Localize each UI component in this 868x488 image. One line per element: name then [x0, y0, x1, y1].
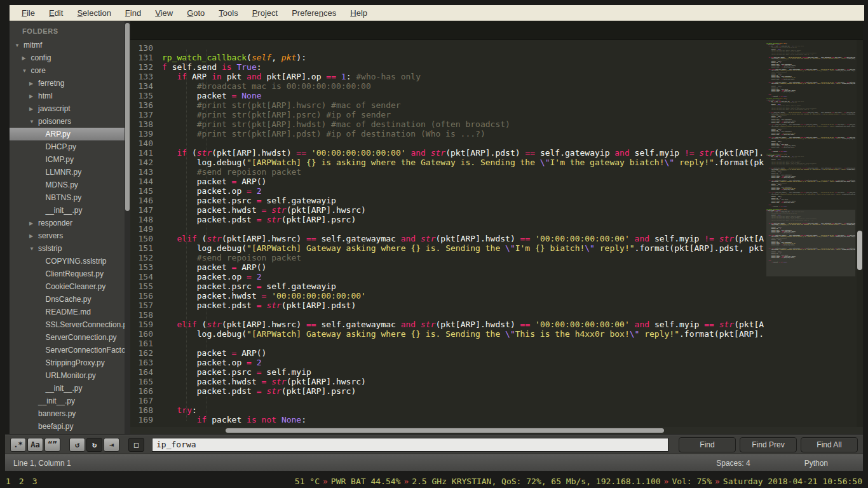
- code-line[interactable]: 144 packet = ARP(): [130, 177, 764, 186]
- file-item-NBTNS.py[interactable]: NBTNS.py: [10, 191, 125, 204]
- wrap-toggle[interactable]: ↺: [69, 438, 85, 452]
- code-line[interactable]: 155 packet.psrc = self.gatewayip: [130, 281, 764, 291]
- code-line[interactable]: 139 #print str(pkt[ARP].pdst) #ip of des…: [130, 129, 764, 139]
- code-line[interactable]: 160 log.debug("[ARPWatch] Gateway asking…: [130, 329, 764, 339]
- folder-closed-icon[interactable]: ▶: [29, 220, 38, 226]
- folder-item-servers[interactable]: ▶servers: [10, 229, 125, 242]
- folder-item-javascript[interactable]: ▶javascript: [10, 102, 125, 115]
- code-line[interactable]: 158: [130, 310, 764, 320]
- code-line[interactable]: 137 #print str(pkt[ARP].psrc) #ip of sen…: [130, 110, 764, 119]
- file-item-SSLServerConnection.py[interactable]: SSLServerConnection.py: [10, 318, 125, 331]
- code-line[interactable]: 141 if (str(pkt[ARP].hwdst) == '00:00:00…: [130, 148, 764, 158]
- file-item-CookieCleaner.py[interactable]: CookieCleaner.py: [10, 280, 125, 293]
- workspace-3[interactable]: 3: [32, 477, 37, 486]
- file-item-__init__.py[interactable]: __init__.py: [10, 395, 125, 407]
- file-item-beefapi.py[interactable]: beefapi.py: [10, 420, 125, 433]
- whole-word-toggle[interactable]: “”: [44, 438, 60, 452]
- folder-closed-icon[interactable]: ▶: [29, 93, 38, 99]
- file-item-LLMNR.py[interactable]: LLMNR.py: [10, 166, 125, 179]
- code-line[interactable]: 133 if ARP in pkt and pkt[ARP].op == 1: …: [130, 72, 764, 81]
- menu-item-view[interactable]: View: [148, 5, 180, 21]
- code-line[interactable]: 164 packet.psrc = self.myip: [130, 367, 764, 377]
- find-all-button[interactable]: Find All: [801, 437, 858, 452]
- sidebar-scrollbar[interactable]: [125, 21, 130, 434]
- code-line[interactable]: 145 packet.op = 2: [130, 186, 764, 196]
- code-line[interactable]: 153 packet = ARP(): [130, 262, 764, 272]
- menu-item-file[interactable]: File: [15, 5, 42, 21]
- folder-open-icon[interactable]: ▼: [15, 43, 24, 48]
- menu-item-help[interactable]: Help: [343, 5, 374, 21]
- code-line[interactable]: 152 #send repoison packet: [130, 253, 764, 262]
- folder-closed-icon[interactable]: ▶: [29, 81, 38, 86]
- menu-item-selection[interactable]: Selection: [70, 5, 118, 21]
- code-line[interactable]: 169 if packet is not None:: [130, 415, 764, 424]
- code-line[interactable]: 150 elif (str(pkt[ARP].hwsrc) == self.ga…: [130, 234, 764, 243]
- code-line[interactable]: 161: [130, 339, 764, 348]
- workspace-1[interactable]: 1: [6, 477, 11, 486]
- code-line[interactable]: 143 #send repoison packet: [130, 167, 764, 177]
- code-line[interactable]: 166 packet.pdst = str(pkt[ARP].psrc): [130, 386, 764, 396]
- file-item-DHCP.py[interactable]: DHCP.py: [10, 140, 125, 153]
- folder-closed-icon[interactable]: ▶: [22, 55, 31, 61]
- vertical-scrollbar-thumb[interactable]: [857, 231, 862, 270]
- code-line[interactable]: 168 try:: [130, 405, 764, 415]
- find-input[interactable]: [152, 438, 668, 452]
- regex-toggle[interactable]: .*: [10, 438, 26, 452]
- menu-item-project[interactable]: Project: [245, 5, 285, 21]
- file-item-DnsCache.py[interactable]: DnsCache.py: [10, 293, 125, 306]
- folder-item-ferretng[interactable]: ▶ferretng: [10, 77, 125, 90]
- folder-item-core[interactable]: ▼core: [10, 64, 125, 77]
- code-line[interactable]: 167: [130, 396, 764, 405]
- folder-open-icon[interactable]: ▼: [29, 119, 38, 125]
- file-item-__init__.py[interactable]: __init__.py: [10, 382, 125, 395]
- folder-open-icon[interactable]: ▼: [22, 68, 31, 74]
- code-line[interactable]: 136 #print str(pkt[ARP].hwsrc) #mac of s…: [130, 100, 764, 110]
- code-line[interactable]: 154 packet.op = 2: [130, 272, 764, 281]
- file-item-MDNS.py[interactable]: MDNS.py: [10, 179, 125, 191]
- folder-item-html[interactable]: ▶html: [10, 90, 125, 102]
- menu-item-goto[interactable]: Goto: [180, 5, 212, 21]
- file-item-ClientRequest.py[interactable]: ClientRequest.py: [10, 268, 125, 280]
- code-line[interactable]: 162 packet = ARP(): [130, 348, 764, 358]
- folder-item-responder[interactable]: ▶responder: [10, 217, 125, 229]
- horizontal-scrollbar[interactable]: [130, 427, 863, 434]
- folder-item-sslstrip[interactable]: ▼sslstrip: [10, 242, 125, 255]
- file-item-README.md[interactable]: README.md: [10, 306, 125, 318]
- code-line[interactable]: 148 packet.pdst = str(pkt[ARP].psrc): [130, 215, 764, 224]
- code-line[interactable]: 142 log.debug("[ARPWatch] {} is asking w…: [130, 158, 764, 167]
- syntax-setting[interactable]: Python: [804, 459, 828, 468]
- vertical-scrollbar[interactable]: [857, 40, 863, 427]
- code-line[interactable]: 156 packet.hwdst = '00:00:00:00:00:00': [130, 291, 764, 301]
- workspace-2[interactable]: 2: [19, 477, 24, 486]
- code-line[interactable]: 140: [130, 139, 764, 148]
- file-item-URLMonitor.py[interactable]: URLMonitor.py: [10, 369, 125, 382]
- menu-item-preferences[interactable]: Preferences: [285, 5, 343, 21]
- menu-item-find[interactable]: Find: [118, 5, 148, 21]
- folder-closed-icon[interactable]: ▶: [29, 106, 38, 112]
- minimap[interactable]: rp_watch_callback(self, pkt):f self.send…: [766, 41, 855, 425]
- horizontal-scrollbar-thumb[interactable]: [226, 428, 664, 433]
- case-sensitive-toggle[interactable]: Aa: [27, 438, 43, 452]
- code-line[interactable]: 149: [130, 224, 764, 234]
- code-line[interactable]: 157 packet.pdst = str(pkt[ARP].pdst): [130, 301, 764, 310]
- code-line[interactable]: 151 log.debug("[ARPWatch] Gateway asking…: [130, 243, 764, 253]
- code-line[interactable]: 165 packet.hwdst = str(pkt[ARP].hwsrc): [130, 377, 764, 386]
- minimap-viewport[interactable]: [766, 210, 855, 276]
- folder-item-mitmf[interactable]: ▼mitmf: [10, 39, 125, 51]
- folder-closed-icon[interactable]: ▶: [29, 233, 38, 239]
- code-line[interactable]: 130: [130, 43, 764, 53]
- file-item-ICMP.py[interactable]: ICMP.py: [10, 153, 125, 166]
- find-button[interactable]: Find: [679, 437, 736, 452]
- indentation-setting[interactable]: Spaces: 4: [716, 459, 750, 468]
- preserve-case-toggle[interactable]: ⇥: [104, 438, 119, 452]
- menu-item-edit[interactable]: Edit: [42, 5, 70, 21]
- code-line[interactable]: 146 packet.psrc = self.gatewayip: [130, 196, 764, 205]
- code-line[interactable]: 131rp_watch_callback(self, pkt):: [130, 53, 764, 62]
- find-prev-button[interactable]: Find Prev: [740, 437, 797, 452]
- file-item-banners.py[interactable]: banners.py: [10, 407, 125, 420]
- code-line[interactable]: 159 elif (str(pkt[ARP].hwsrc) == self.ga…: [130, 320, 764, 329]
- file-item-COPYING.sslstrip[interactable]: COPYING.sslstrip: [10, 255, 125, 268]
- code-line[interactable]: 132f self.send is True:: [130, 62, 764, 72]
- sidebar-scrollbar-thumb[interactable]: [125, 23, 130, 211]
- file-item-configwatcher.py[interactable]: configwatcher.py: [10, 433, 125, 434]
